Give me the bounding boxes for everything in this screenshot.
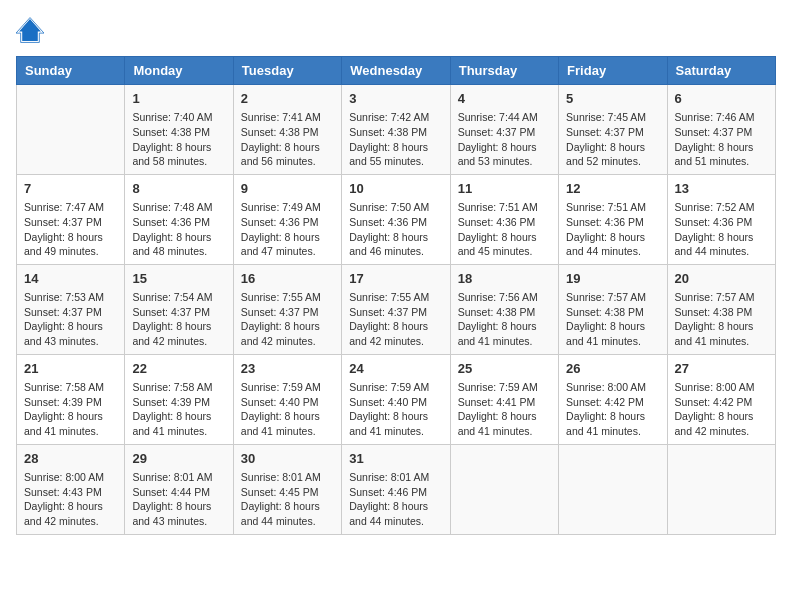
daylight-text: Daylight: 8 hours and 44 minutes. bbox=[675, 230, 768, 259]
sunrise-text: Sunrise: 8:01 AM bbox=[349, 470, 442, 485]
sunset-text: Sunset: 4:42 PM bbox=[675, 395, 768, 410]
cell-content: Sunrise: 7:40 AM Sunset: 4:38 PM Dayligh… bbox=[132, 110, 225, 169]
calendar-cell: 21 Sunrise: 7:58 AM Sunset: 4:39 PM Dayl… bbox=[17, 354, 125, 444]
calendar-cell: 13 Sunrise: 7:52 AM Sunset: 4:36 PM Dayl… bbox=[667, 174, 775, 264]
calendar-cell: 31 Sunrise: 8:01 AM Sunset: 4:46 PM Dayl… bbox=[342, 444, 450, 534]
day-number: 20 bbox=[675, 270, 768, 288]
sunset-text: Sunset: 4:37 PM bbox=[675, 125, 768, 140]
week-row-2: 14 Sunrise: 7:53 AM Sunset: 4:37 PM Dayl… bbox=[17, 264, 776, 354]
cell-content: Sunrise: 7:58 AM Sunset: 4:39 PM Dayligh… bbox=[24, 380, 117, 439]
sunrise-text: Sunrise: 7:51 AM bbox=[566, 200, 659, 215]
daylight-text: Daylight: 8 hours and 43 minutes. bbox=[132, 499, 225, 528]
cell-content: Sunrise: 7:42 AM Sunset: 4:38 PM Dayligh… bbox=[349, 110, 442, 169]
day-number: 29 bbox=[132, 450, 225, 468]
sunset-text: Sunset: 4:36 PM bbox=[132, 215, 225, 230]
day-number: 14 bbox=[24, 270, 117, 288]
sunrise-text: Sunrise: 7:58 AM bbox=[132, 380, 225, 395]
sunrise-text: Sunrise: 7:49 AM bbox=[241, 200, 334, 215]
daylight-text: Daylight: 8 hours and 42 minutes. bbox=[675, 409, 768, 438]
cell-content: Sunrise: 7:57 AM Sunset: 4:38 PM Dayligh… bbox=[675, 290, 768, 349]
calendar-cell: 6 Sunrise: 7:46 AM Sunset: 4:37 PM Dayli… bbox=[667, 85, 775, 175]
cell-content: Sunrise: 7:59 AM Sunset: 4:40 PM Dayligh… bbox=[349, 380, 442, 439]
calendar-cell: 18 Sunrise: 7:56 AM Sunset: 4:38 PM Dayl… bbox=[450, 264, 558, 354]
cell-content: Sunrise: 7:44 AM Sunset: 4:37 PM Dayligh… bbox=[458, 110, 551, 169]
daylight-text: Daylight: 8 hours and 44 minutes. bbox=[349, 499, 442, 528]
page-header bbox=[16, 16, 776, 44]
calendar-cell: 29 Sunrise: 8:01 AM Sunset: 4:44 PM Dayl… bbox=[125, 444, 233, 534]
cell-content: Sunrise: 7:51 AM Sunset: 4:36 PM Dayligh… bbox=[566, 200, 659, 259]
daylight-text: Daylight: 8 hours and 41 minutes. bbox=[566, 409, 659, 438]
cell-content: Sunrise: 7:56 AM Sunset: 4:38 PM Dayligh… bbox=[458, 290, 551, 349]
calendar-cell: 16 Sunrise: 7:55 AM Sunset: 4:37 PM Dayl… bbox=[233, 264, 341, 354]
calendar-cell bbox=[450, 444, 558, 534]
cell-content: Sunrise: 8:00 AM Sunset: 4:42 PM Dayligh… bbox=[566, 380, 659, 439]
sunrise-text: Sunrise: 7:57 AM bbox=[566, 290, 659, 305]
week-row-3: 21 Sunrise: 7:58 AM Sunset: 4:39 PM Dayl… bbox=[17, 354, 776, 444]
calendar-cell: 25 Sunrise: 7:59 AM Sunset: 4:41 PM Dayl… bbox=[450, 354, 558, 444]
calendar-cell: 1 Sunrise: 7:40 AM Sunset: 4:38 PM Dayli… bbox=[125, 85, 233, 175]
sunset-text: Sunset: 4:37 PM bbox=[241, 305, 334, 320]
sunrise-text: Sunrise: 8:01 AM bbox=[132, 470, 225, 485]
day-number: 18 bbox=[458, 270, 551, 288]
sunset-text: Sunset: 4:36 PM bbox=[675, 215, 768, 230]
sunset-text: Sunset: 4:42 PM bbox=[566, 395, 659, 410]
sunrise-text: Sunrise: 7:47 AM bbox=[24, 200, 117, 215]
daylight-text: Daylight: 8 hours and 42 minutes. bbox=[132, 319, 225, 348]
day-number: 19 bbox=[566, 270, 659, 288]
calendar-cell: 28 Sunrise: 8:00 AM Sunset: 4:43 PM Dayl… bbox=[17, 444, 125, 534]
sunset-text: Sunset: 4:38 PM bbox=[458, 305, 551, 320]
cell-content: Sunrise: 7:48 AM Sunset: 4:36 PM Dayligh… bbox=[132, 200, 225, 259]
sunrise-text: Sunrise: 7:53 AM bbox=[24, 290, 117, 305]
cell-content: Sunrise: 7:55 AM Sunset: 4:37 PM Dayligh… bbox=[241, 290, 334, 349]
sunset-text: Sunset: 4:44 PM bbox=[132, 485, 225, 500]
sunset-text: Sunset: 4:38 PM bbox=[241, 125, 334, 140]
sunrise-text: Sunrise: 7:41 AM bbox=[241, 110, 334, 125]
daylight-text: Daylight: 8 hours and 49 minutes. bbox=[24, 230, 117, 259]
cell-content: Sunrise: 7:58 AM Sunset: 4:39 PM Dayligh… bbox=[132, 380, 225, 439]
day-number: 12 bbox=[566, 180, 659, 198]
daylight-text: Daylight: 8 hours and 51 minutes. bbox=[675, 140, 768, 169]
sunset-text: Sunset: 4:36 PM bbox=[566, 215, 659, 230]
sunset-text: Sunset: 4:46 PM bbox=[349, 485, 442, 500]
cell-content: Sunrise: 7:47 AM Sunset: 4:37 PM Dayligh… bbox=[24, 200, 117, 259]
calendar-cell: 8 Sunrise: 7:48 AM Sunset: 4:36 PM Dayli… bbox=[125, 174, 233, 264]
sunrise-text: Sunrise: 8:00 AM bbox=[566, 380, 659, 395]
cell-content: Sunrise: 8:01 AM Sunset: 4:46 PM Dayligh… bbox=[349, 470, 442, 529]
cell-content: Sunrise: 8:00 AM Sunset: 4:42 PM Dayligh… bbox=[675, 380, 768, 439]
sunrise-text: Sunrise: 7:44 AM bbox=[458, 110, 551, 125]
day-number: 28 bbox=[24, 450, 117, 468]
sunset-text: Sunset: 4:37 PM bbox=[24, 215, 117, 230]
daylight-text: Daylight: 8 hours and 48 minutes. bbox=[132, 230, 225, 259]
cell-content: Sunrise: 8:01 AM Sunset: 4:45 PM Dayligh… bbox=[241, 470, 334, 529]
header-cell-saturday: Saturday bbox=[667, 57, 775, 85]
sunset-text: Sunset: 4:36 PM bbox=[458, 215, 551, 230]
calendar-cell bbox=[559, 444, 667, 534]
sunset-text: Sunset: 4:43 PM bbox=[24, 485, 117, 500]
sunrise-text: Sunrise: 7:42 AM bbox=[349, 110, 442, 125]
daylight-text: Daylight: 8 hours and 56 minutes. bbox=[241, 140, 334, 169]
day-number: 26 bbox=[566, 360, 659, 378]
daylight-text: Daylight: 8 hours and 41 minutes. bbox=[349, 409, 442, 438]
daylight-text: Daylight: 8 hours and 52 minutes. bbox=[566, 140, 659, 169]
calendar-cell: 15 Sunrise: 7:54 AM Sunset: 4:37 PM Dayl… bbox=[125, 264, 233, 354]
sunset-text: Sunset: 4:36 PM bbox=[241, 215, 334, 230]
header-cell-thursday: Thursday bbox=[450, 57, 558, 85]
daylight-text: Daylight: 8 hours and 44 minutes. bbox=[566, 230, 659, 259]
sunset-text: Sunset: 4:37 PM bbox=[132, 305, 225, 320]
sunset-text: Sunset: 4:41 PM bbox=[458, 395, 551, 410]
daylight-text: Daylight: 8 hours and 53 minutes. bbox=[458, 140, 551, 169]
sunrise-text: Sunrise: 8:00 AM bbox=[24, 470, 117, 485]
sunrise-text: Sunrise: 7:54 AM bbox=[132, 290, 225, 305]
sunrise-text: Sunrise: 7:57 AM bbox=[675, 290, 768, 305]
cell-content: Sunrise: 7:55 AM Sunset: 4:37 PM Dayligh… bbox=[349, 290, 442, 349]
cell-content: Sunrise: 7:59 AM Sunset: 4:40 PM Dayligh… bbox=[241, 380, 334, 439]
sunset-text: Sunset: 4:37 PM bbox=[458, 125, 551, 140]
day-number: 30 bbox=[241, 450, 334, 468]
sunrise-text: Sunrise: 7:59 AM bbox=[241, 380, 334, 395]
day-number: 3 bbox=[349, 90, 442, 108]
day-number: 31 bbox=[349, 450, 442, 468]
calendar-cell: 20 Sunrise: 7:57 AM Sunset: 4:38 PM Dayl… bbox=[667, 264, 775, 354]
header-cell-wednesday: Wednesday bbox=[342, 57, 450, 85]
calendar-cell: 3 Sunrise: 7:42 AM Sunset: 4:38 PM Dayli… bbox=[342, 85, 450, 175]
cell-content: Sunrise: 7:53 AM Sunset: 4:37 PM Dayligh… bbox=[24, 290, 117, 349]
